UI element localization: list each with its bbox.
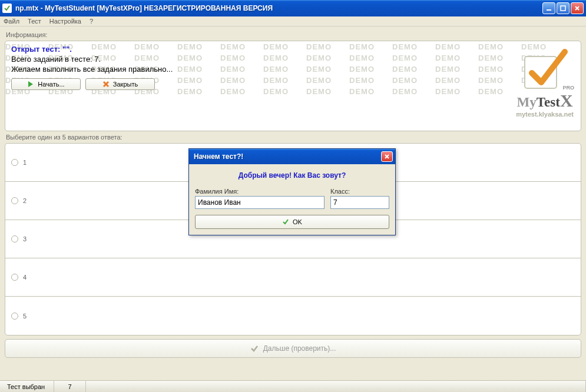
minimize-button[interactable] (542, 2, 555, 14)
info-total: Всего заданий в тесте: 7. (11, 55, 575, 65)
start-test-dialog: Начнем тест?! Добрый вечер! Как Вас зову… (188, 148, 396, 235)
menu-help[interactable]: ? (90, 18, 93, 25)
menu-bar: Файл Тест Настройка ? (0, 16, 586, 26)
answer-num: 5 (23, 313, 27, 320)
menu-file[interactable]: Файл (4, 18, 19, 25)
status-count: 7 (54, 381, 86, 392)
menu-settings[interactable]: Настройка (49, 18, 81, 25)
dialog-ok-button[interactable]: OK (195, 215, 389, 229)
close-test-button[interactable]: Закрыть (85, 78, 155, 90)
logo-text: MyTestX (516, 91, 574, 111)
name-input[interactable] (195, 196, 325, 209)
radio-icon (11, 313, 18, 320)
window-title: np.mtx - MyTestStudent [MyTestXPro] НЕЗА… (15, 4, 542, 12)
dialog-ok-label: OK (293, 218, 302, 225)
maximize-button[interactable] (557, 2, 570, 14)
dialog-title: Начнем тест?! (194, 152, 381, 161)
check-icon (250, 344, 259, 353)
answer-row[interactable]: 4 (5, 258, 581, 297)
dialog-titlebar[interactable]: Начнем тест?! (189, 149, 395, 164)
info-panel: DEMODEMODEMODEMODEMODEMODEMODEMODEMODEMO… (5, 41, 581, 131)
answer-num: 2 (23, 197, 27, 204)
radio-icon (11, 159, 18, 166)
radio-icon (11, 274, 18, 281)
info-label: Информация: (6, 31, 580, 38)
menu-test[interactable]: Тест (28, 18, 41, 25)
dialog-close-button[interactable] (381, 151, 393, 162)
answer-num: 4 (23, 274, 27, 281)
app-icon (2, 4, 12, 13)
check-icon (282, 218, 289, 225)
close-test-button-label: Закрыть (113, 81, 138, 88)
x-icon (102, 81, 110, 88)
dialog-greeting: Добрый вечер! Как Вас зовут? (195, 171, 389, 180)
next-button[interactable]: Дальше (проверить)... (5, 339, 581, 358)
answers-label: Выберите один из 5 вариантов ответа: (6, 134, 580, 141)
status-bar: Тест выбран 7 (0, 380, 586, 392)
info-opened: Открыт тест: "". (11, 45, 575, 55)
answer-num: 3 (23, 235, 27, 242)
start-button-label: Начать... (38, 81, 64, 88)
radio-icon (11, 197, 18, 204)
status-selected: Тест выбран (0, 381, 54, 392)
answer-row[interactable]: 5 (5, 297, 581, 335)
logo-url: mytest.klyaksa.net (516, 111, 574, 118)
info-wish: Желаем выполнить все задания правильно..… (11, 65, 575, 75)
radio-icon (11, 235, 18, 242)
status-empty (86, 381, 586, 392)
next-button-label: Дальше (проверить)... (263, 344, 336, 353)
window-titlebar: np.mtx - MyTestStudent [MyTestXPro] НЕЗА… (0, 0, 586, 16)
logo: PRO MyTestX mytest.klyaksa.net (516, 47, 574, 118)
class-label: Класс: (330, 188, 389, 195)
close-button[interactable] (571, 2, 584, 14)
answer-num: 1 (23, 159, 27, 166)
class-input[interactable] (330, 196, 389, 209)
name-label: Фамилия Имя: (195, 188, 325, 195)
svg-rect-0 (547, 9, 551, 11)
logo-pro: PRO (563, 85, 575, 91)
play-icon (27, 81, 34, 88)
svg-rect-1 (561, 6, 565, 11)
start-button[interactable]: Начать... (11, 78, 81, 90)
